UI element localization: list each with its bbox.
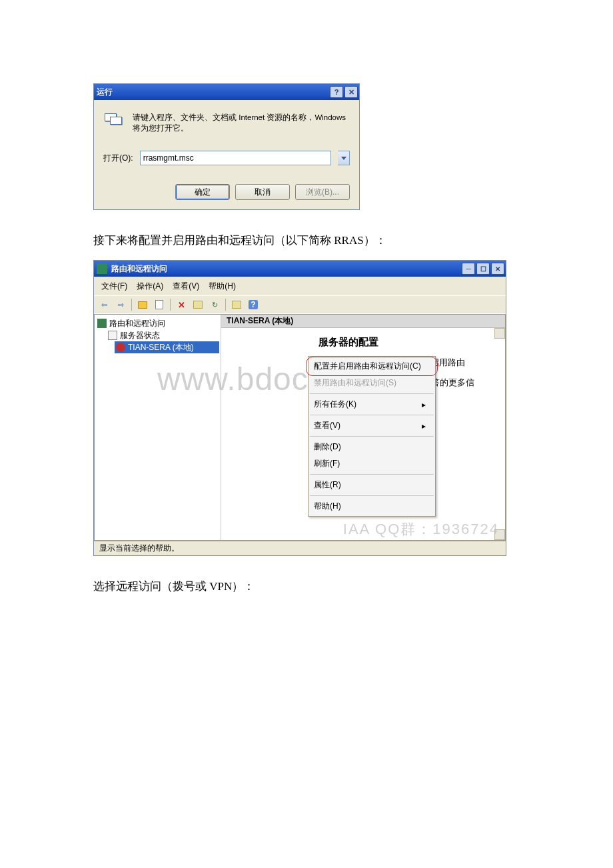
refresh-button[interactable]: ↻ (207, 297, 222, 312)
cm-help[interactable]: 帮助(H) (308, 498, 435, 515)
statusbar: 显示当前选择的帮助。 (94, 541, 506, 555)
cancel-button[interactable]: 取消 (235, 184, 290, 200)
content-pane: TIAN-SERA (本地) 服务器的配置 ，在“操作”菜单上单击“配置并启用路… (221, 315, 505, 540)
cm-delete-label: 删除(D) (314, 441, 341, 453)
browse-button[interactable]: 浏览(B)... (295, 184, 350, 200)
mmc-title-icon (97, 263, 107, 274)
tree-server-status[interactable]: 服务器状态 (107, 329, 219, 341)
run-titlebar: 运行 ? ✕ (94, 84, 359, 100)
toolbar-separator (170, 299, 171, 311)
close-button[interactable]: ✕ (344, 86, 358, 98)
cm-properties-label: 属性(R) (314, 479, 341, 491)
vertical-scrollbar[interactable] (494, 328, 505, 540)
cm-properties[interactable]: 属性(R) (308, 477, 435, 493)
caption-2: 选择远程访问（拨号或 VPN）： (93, 579, 520, 594)
cm-separator (310, 495, 434, 496)
forward-button[interactable]: ⇨ (113, 297, 128, 312)
cm-view[interactable]: 查看(V) ▸ (308, 417, 435, 434)
help-button[interactable]: ? (246, 297, 261, 312)
run-dialog: 运行 ? ✕ 请键入程序、文件夹、文档或 Internet 资源的名称，Wind… (93, 83, 360, 210)
back-button[interactable]: ⇦ (97, 297, 111, 312)
cm-refresh-label: 刷新(F) (314, 458, 340, 469)
tree-server-label: TIAN-SERA (本地) (128, 342, 194, 353)
menu-file[interactable]: 文件(F) (98, 279, 131, 293)
properties-button[interactable] (191, 297, 205, 312)
server-root-icon (97, 319, 107, 328)
run-description: 请键入程序、文件夹、文档或 Internet 资源的名称，Windows 将为您… (133, 112, 350, 133)
close-button[interactable]: ✕ (491, 263, 504, 275)
toolbar-separator (131, 299, 132, 311)
content-heading: 服务器的配置 (318, 336, 484, 349)
cm-delete[interactable]: 删除(D) (308, 439, 435, 455)
tree-pane: 路由和远程访问 服务器状态 TIAN-SERA (本地) (95, 315, 221, 540)
tree-root[interactable]: 路由和远程访问 (96, 317, 219, 329)
toolbar: ⇦ ⇨ ✕ ↻ ? (94, 295, 506, 314)
menu-view[interactable]: 查看(V) (169, 279, 203, 293)
open-label: 打开(O): (103, 153, 133, 164)
show-columns-button[interactable] (152, 297, 167, 312)
run-title: 运行 (97, 87, 328, 98)
cm-refresh[interactable]: 刷新(F) (308, 455, 435, 472)
ok-button[interactable]: 确定 (175, 184, 230, 200)
content-header: TIAN-SERA (本地) (221, 315, 505, 328)
cm-help-label: 帮助(H) (314, 501, 341, 512)
server-icon (116, 343, 125, 352)
cm-disable-label: 禁用路由和远程访问(S) (314, 377, 396, 389)
open-input[interactable] (140, 151, 331, 165)
tree-root-label: 路由和远程访问 (109, 318, 165, 329)
statusbar-text: 显示当前选择的帮助。 (99, 543, 179, 554)
properties-button-2[interactable] (229, 297, 244, 312)
menubar: 文件(F) 操作(A) 查看(V) 帮助(H) (94, 277, 506, 295)
menu-help[interactable]: 帮助(H) (205, 279, 239, 293)
status-icon (108, 331, 117, 340)
maximize-button[interactable]: ☐ (476, 263, 490, 275)
scroll-down-button[interactable] (494, 529, 505, 540)
cm-separator (310, 393, 434, 394)
cm-all-tasks[interactable]: 所有任务(K) ▸ (308, 396, 435, 413)
cm-disable: 禁用路由和远程访问(S) (308, 375, 435, 391)
mmc-titlebar: 路由和远程访问 ─ ☐ ✕ (94, 261, 506, 277)
cm-separator (310, 415, 434, 415)
cm-configure[interactable]: 配置并启用路由和远程访问(C) (308, 358, 435, 375)
toolbar-separator (225, 299, 226, 311)
submenu-arrow-icon: ▸ (422, 421, 426, 431)
scroll-track[interactable] (494, 339, 505, 529)
run-icon (103, 112, 125, 129)
cm-all-tasks-label: 所有任务(K) (314, 399, 356, 410)
open-combo-dropdown[interactable] (338, 151, 350, 165)
rras-mmc-window: 路由和远程访问 ─ ☐ ✕ 文件(F) 操作(A) 查看(V) 帮助(H) ⇦ … (93, 260, 506, 556)
submenu-arrow-icon: ▸ (422, 400, 426, 409)
caption-1: 接下来将配置并启用路由和远程访问（以下简称 RRAS）： (93, 233, 520, 248)
menu-action[interactable]: 操作(A) (133, 279, 167, 293)
scroll-up-button[interactable] (494, 328, 505, 339)
cm-view-label: 查看(V) (314, 420, 340, 431)
tree-server-node[interactable]: TIAN-SERA (本地) (115, 341, 219, 353)
tree-status-label: 服务器状态 (120, 330, 160, 341)
cm-separator (310, 436, 434, 437)
minimize-button[interactable]: ─ (462, 263, 475, 275)
context-menu: 配置并启用路由和远程访问(C) 禁用路由和远程访问(S) 所有任务(K) ▸ (308, 356, 436, 517)
mmc-title: 路由和远程访问 (111, 263, 460, 275)
help-button[interactable]: ? (330, 86, 343, 98)
up-folder-button[interactable] (135, 297, 150, 312)
cm-configure-label: 配置并启用路由和远程访问(C) (314, 361, 421, 372)
cm-separator (310, 474, 434, 475)
delete-button[interactable]: ✕ (174, 297, 189, 312)
